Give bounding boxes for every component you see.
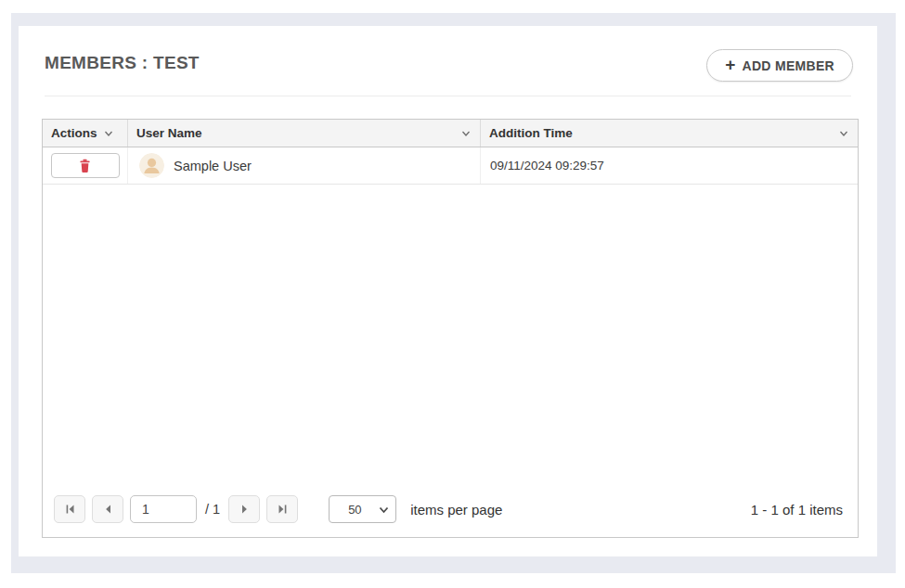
addition-time-text: 09/11/2024 09:29:57 xyxy=(490,159,604,173)
next-page-icon xyxy=(239,504,251,515)
previous-page-button[interactable] xyxy=(92,495,123,523)
grid-header-row: Actions User Name Addition Time xyxy=(43,120,858,147)
grid-empty-area xyxy=(43,185,858,487)
column-header-user-name-label: User Name xyxy=(136,126,202,140)
last-page-icon xyxy=(277,504,289,515)
user-name-text: Sample User xyxy=(174,159,252,173)
header-divider xyxy=(45,96,851,96)
members-grid: Actions User Name Addition Time xyxy=(42,119,859,538)
chevron-down-icon[interactable] xyxy=(103,128,114,139)
page-size-select[interactable]: 50 xyxy=(329,495,396,523)
card-header: MEMBERS : TEST + ADD MEMBER xyxy=(19,26,877,73)
last-page-button[interactable] xyxy=(266,495,298,523)
row-actions-cell xyxy=(43,147,128,184)
column-header-actions-label: Actions xyxy=(51,126,97,140)
add-member-button[interactable]: + ADD MEMBER xyxy=(706,49,853,82)
add-member-button-label: ADD MEMBER xyxy=(743,58,834,73)
members-card: MEMBERS : TEST + ADD MEMBER Actions User… xyxy=(19,26,877,556)
row-addition-time-cell: 09/11/2024 09:29:57 xyxy=(481,147,858,184)
column-header-addition-time[interactable]: Addition Time xyxy=(481,120,858,147)
page-count-label: / 1 xyxy=(205,502,220,517)
trash-icon xyxy=(78,159,92,173)
column-header-addition-time-label: Addition Time xyxy=(489,126,573,140)
row-user-cell: Sample User xyxy=(128,147,481,184)
chevron-down-icon[interactable] xyxy=(838,128,849,139)
next-page-button[interactable] xyxy=(228,495,260,523)
page-size-select-wrap: 50 xyxy=(329,495,396,523)
pager: / 1 50 xyxy=(43,487,858,537)
first-page-icon xyxy=(64,504,76,515)
person-avatar-icon xyxy=(139,153,164,178)
page-number-input[interactable] xyxy=(130,495,197,523)
table-row: Sample User 09/11/2024 09:29:57 xyxy=(43,147,858,185)
chevron-down-icon[interactable] xyxy=(460,128,472,139)
column-header-user-name[interactable]: User Name xyxy=(128,120,481,147)
previous-page-icon xyxy=(102,504,114,515)
first-page-button[interactable] xyxy=(54,495,85,523)
column-header-actions[interactable]: Actions xyxy=(43,120,128,147)
plus-icon: + xyxy=(725,56,735,73)
pager-summary: 1 - 1 of 1 items xyxy=(751,502,847,518)
items-per-page-label: items per page xyxy=(410,502,502,518)
delete-member-button[interactable] xyxy=(51,153,120,178)
